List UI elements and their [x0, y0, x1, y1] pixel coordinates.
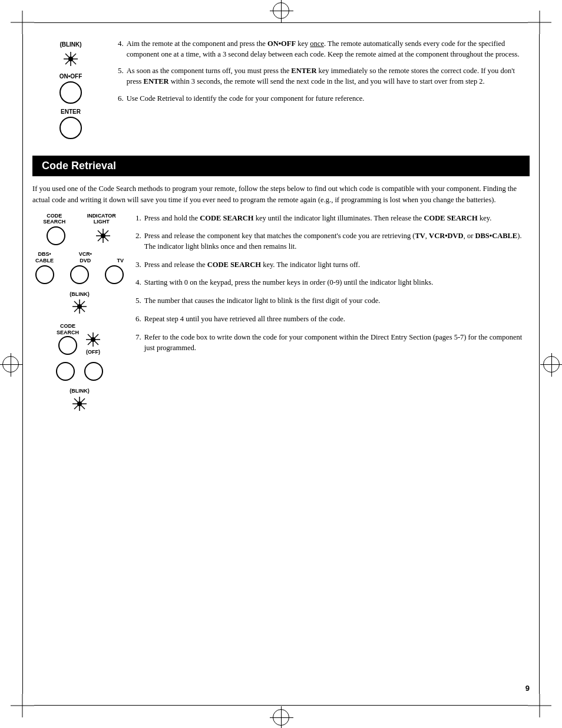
diag-row-1: CODESEARCH INDICATORLIGHT: [32, 213, 127, 246]
diag-icons-row-2: [32, 265, 127, 284]
enter-group: ENTER: [59, 108, 82, 139]
button-icon-row5-right: [84, 362, 103, 381]
diag-labels-row-1: CODESEARCH INDICATORLIGHT: [32, 213, 127, 226]
step-7: 7. Refer to the code box to write down t…: [135, 332, 530, 353]
step-4: 4. Starting with 0 on the keypad, press …: [135, 277, 530, 288]
diag-row-2: DBS•CABLE VCR•DVD TV: [32, 251, 127, 284]
remote-icons-left: (BLINK) ON•OFF ENTER: [32, 38, 109, 144]
reg-mark-br: [528, 694, 551, 717]
circle-mark-right: [543, 356, 560, 373]
step-6-top: 6. Use Code Retrieval to identify the co…: [118, 93, 530, 104]
step-2: 2. Press and release the component key t…: [135, 230, 530, 252]
on-off-button-icon: [59, 81, 82, 104]
reg-mark-bl: [11, 694, 34, 717]
step-1-num: 1.: [135, 213, 141, 224]
svg-point-14: [77, 304, 82, 309]
blink-label-top: (BLINK): [59, 41, 81, 48]
step-1-text: Press and hold the CODE SEARCH key until…: [144, 213, 492, 223]
step-5-text: The number that causes the indicator lig…: [144, 295, 381, 306]
blink-icon-top: [61, 50, 80, 68]
step-6-num: 6.: [135, 314, 141, 325]
step-5-top: 5. As soon as the component turns off, y…: [118, 65, 530, 87]
step-5: 5. The number that causes the indicator …: [135, 295, 530, 307]
indicator-light-icon: [94, 226, 113, 245]
code-search-button-icon-1: [47, 226, 65, 245]
step-7-num: 7.: [135, 332, 141, 343]
reg-mark-tr: [528, 11, 551, 34]
step-1: 1. Press and hold the CODE SEARCH key un…: [135, 213, 530, 224]
step-4-text: Aim the remote at the component and pres…: [127, 38, 530, 60]
svg-point-4: [68, 57, 73, 61]
dbs-button-icon: [35, 265, 54, 284]
diagram-column: CODESEARCH INDICATORLIGHT: [32, 213, 127, 417]
intro-paragraph: If you used one of the Code Search metho…: [32, 183, 530, 206]
svg-point-19: [91, 337, 95, 342]
diag-row-4: CODESEARCH (OFF): [32, 323, 127, 355]
step-6-text: Repeat step 4 until you have retrieved a…: [144, 314, 345, 324]
circle-mark-left: [2, 356, 19, 373]
blink-icon-diag-3: [70, 394, 89, 413]
step-4-text: Starting with 0 on the keypad, press the…: [144, 277, 434, 288]
reg-mark-tl: [11, 11, 34, 34]
step-3-text: Press and release the CODE SEARCH key. T…: [144, 259, 360, 270]
border-bottom: [34, 705, 528, 706]
code-search-label-2: CODESEARCH: [57, 323, 79, 336]
step-2-num: 2.: [135, 230, 141, 242]
code-retrieval-title: Code Retrieval: [42, 160, 116, 172]
step-6-num: 6.: [118, 93, 124, 104]
dbs-label: DBS•CABLE: [35, 251, 54, 264]
step-4-num: 4.: [118, 38, 124, 60]
tv-button-icon: [105, 265, 124, 284]
diag-labels-row-2: DBS•CABLE VCR•DVD TV: [32, 251, 127, 264]
on-off-label: ON•OFF: [59, 73, 82, 80]
top-section: (BLINK) ON•OFF ENTER: [32, 38, 530, 144]
vcr-label: VCR•DVD: [79, 251, 92, 264]
step-3-num: 3.: [135, 259, 141, 271]
top-instructions: 4. Aim the remote at the component and p…: [109, 38, 530, 144]
intro-text: If you used one of the Code Search metho…: [32, 185, 517, 204]
step-4-num: 4.: [135, 277, 141, 288]
blink-group-top: (BLINK): [59, 41, 81, 68]
on-off-group: ON•OFF: [59, 73, 82, 104]
diag-row-5: [32, 362, 127, 381]
blink-icon-diag-1: [70, 297, 89, 316]
enter-label: ENTER: [61, 108, 81, 115]
bottom-section: CODESEARCH INDICATORLIGHT: [32, 213, 530, 417]
button-icon-row5-left: [56, 362, 75, 381]
step-5-text: As soon as the component turns off, you …: [127, 65, 530, 87]
off-label: (OFF): [86, 349, 100, 355]
code-search-button-icon-2: [58, 336, 77, 355]
svg-point-9: [101, 233, 105, 238]
blink-icon-diag-2: [84, 330, 103, 349]
step-5-num: 5.: [118, 65, 124, 87]
step-7-text: Refer to the code box to write down the …: [144, 332, 530, 353]
step-3: 3. Press and release the CODE SEARCH key…: [135, 259, 530, 271]
tv-label: TV: [117, 258, 124, 264]
diag-row-3: (BLINK): [32, 291, 127, 317]
svg-point-24: [77, 401, 82, 406]
page-content: (BLINK) ON•OFF ENTER: [32, 32, 530, 696]
blink-label-diag-2: (BLINK): [70, 388, 90, 394]
circle-mark-top: [273, 2, 289, 19]
step-2-text: Press and release the component key that…: [144, 230, 530, 252]
vcr-button-icon: [70, 265, 89, 284]
circle-mark-bottom: [273, 709, 289, 726]
diag-icons-row-1: [32, 226, 127, 245]
code-retrieval-header: Code Retrieval: [32, 156, 530, 176]
enter-button-icon: [59, 117, 82, 139]
blink-label-diag-1: (BLINK): [70, 291, 90, 298]
step-4-top: 4. Aim the remote at the component and p…: [118, 38, 530, 60]
step-5-num: 5.: [135, 295, 141, 307]
page-number: 9: [525, 684, 530, 693]
border-top: [34, 22, 528, 23]
diag-row-6: (BLINK): [32, 388, 127, 413]
step-6-text: Use Code Retrieval to identify the code …: [127, 93, 365, 104]
step-6: 6. Repeat step 4 until you have retrieve…: [135, 314, 530, 325]
steps-column: 1. Press and hold the CODE SEARCH key un…: [127, 213, 530, 417]
code-search-label-1: CODESEARCH: [43, 213, 65, 226]
indicator-light-label: INDICATORLIGHT: [87, 213, 116, 226]
border-left: [22, 34, 23, 694]
border-right: [539, 34, 540, 694]
